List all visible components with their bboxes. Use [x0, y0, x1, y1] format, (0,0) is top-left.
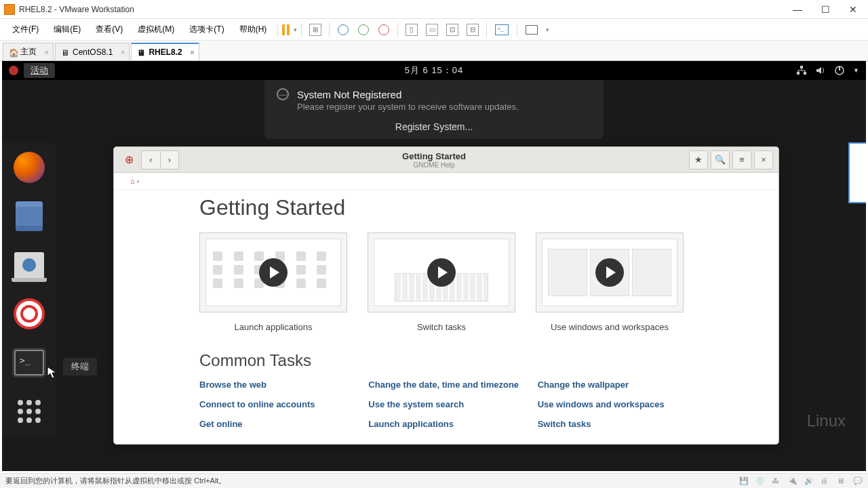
dock-software[interactable] — [12, 248, 46, 282]
home-icon: 🏠 — [9, 48, 17, 56]
dock-show-apps[interactable] — [12, 394, 46, 428]
dock-tooltip: 终端 — [63, 358, 97, 375]
link-switch-tasks[interactable]: Switch tasks — [538, 419, 693, 429]
link-browse-web[interactable]: Browse the web — [199, 380, 355, 390]
card-label: Launch applications — [199, 322, 347, 332]
section-heading: Common Tasks — [199, 351, 693, 370]
view-console-icon[interactable]: ▭ — [426, 24, 438, 36]
dock-firefox[interactable] — [12, 150, 46, 184]
network-icon[interactable] — [796, 65, 807, 76]
dock-terminal[interactable] — [12, 346, 46, 380]
svg-rect-0 — [800, 66, 803, 68]
network-adapter-icon[interactable]: 🖧 — [772, 476, 781, 486]
terminal-icon[interactable] — [495, 24, 509, 35]
firefox-icon — [14, 152, 45, 183]
watermark: Linux — [807, 411, 846, 430]
statusbar: 要返回到您的计算机，请将鼠标指针从虚拟机中移出或按 Ctrl+Alt。 💾 💿 … — [0, 473, 868, 488]
tab-centos-label: CentOS8.1 — [73, 47, 113, 57]
chevron-down-icon[interactable]: ▼ — [853, 67, 859, 74]
search-button[interactable]: 🔍 — [711, 150, 730, 169]
menu-help[interactable]: 帮助(H) — [233, 21, 274, 38]
svg-rect-2 — [804, 72, 806, 75]
minimize-button[interactable]: — — [793, 4, 802, 15]
breadcrumb[interactable]: ⌂› — [114, 173, 778, 190]
tab-home-label: 主页 — [20, 46, 37, 58]
link-wallpaper[interactable]: Change the wallpaper — [538, 380, 693, 390]
close-icon[interactable]: × — [45, 48, 49, 56]
close-window-button[interactable]: × — [754, 150, 773, 169]
system-tray[interactable]: ▼ — [796, 65, 859, 76]
workspace-preview[interactable] — [848, 142, 866, 203]
compass-icon[interactable]: ⊕ — [119, 150, 138, 169]
register-system-button[interactable]: Register System... — [277, 121, 591, 132]
menu-edit[interactable]: 编辑(E) — [47, 21, 87, 38]
back-button[interactable]: ‹ — [141, 150, 160, 169]
tab-rhel[interactable]: 🖥 RHEL8.2 × — [131, 43, 199, 60]
view-thumbnail-icon[interactable]: ⊡ — [446, 24, 458, 36]
view-single-icon[interactable]: ▯ — [406, 24, 418, 36]
svg-rect-1 — [797, 72, 800, 75]
tab-home[interactable]: 🏠 主页 × — [3, 43, 54, 60]
pause-button[interactable]: ▾ — [282, 24, 297, 35]
card-switch-tasks[interactable]: Switch tasks — [368, 232, 515, 332]
menu-vm[interactable]: 虚拟机(M) — [131, 21, 181, 38]
dock-help[interactable] — [12, 297, 46, 331]
play-icon — [259, 258, 288, 287]
home-icon: ⌂ — [130, 177, 135, 185]
menu-button[interactable]: ≡ — [732, 150, 751, 169]
link-windows-workspaces[interactable]: Use windows and workspaces — [538, 399, 693, 409]
menu-view[interactable]: 查看(V) — [89, 21, 130, 38]
send-ctrlaltdel-icon[interactable]: ⊞ — [309, 24, 321, 36]
message-icon[interactable]: 💬 — [853, 476, 863, 486]
vm-tab-strip: 🏠 主页 × 🖥 CentOS8.1 × 🖥 RHEL8.2 × — [0, 41, 868, 61]
link-online-accounts[interactable]: Connect to online accounts — [199, 399, 355, 409]
printer-icon[interactable]: 🖨 — [821, 476, 830, 486]
fullscreen-icon[interactable] — [526, 25, 538, 35]
page-heading: Getting Started — [199, 195, 693, 220]
menubar: 文件(F) 编辑(E) 查看(V) 虚拟机(M) 选项卡(T) 帮助(H) ▾ … — [0, 19, 868, 41]
bookmark-button[interactable]: ★ — [689, 150, 708, 169]
dock — [2, 142, 56, 436]
window-title: RHEL8.2 - VMware Workstation — [19, 5, 134, 14]
status-text: 要返回到您的计算机，请将鼠标指针从虚拟机中移出或按 Ctrl+Alt。 — [5, 476, 226, 486]
clock[interactable]: 5月 6 15：04 — [405, 64, 464, 77]
menu-tabs[interactable]: 选项卡(T) — [182, 21, 231, 38]
vmware-logo-icon — [4, 4, 15, 15]
link-date-time[interactable]: Change the date, time and timezone — [368, 380, 524, 390]
notification: — System Not Registered Please register … — [264, 80, 604, 139]
guest-desktop[interactable]: 活动 5月 6 15：04 ▼ — System Not Registered … — [2, 61, 866, 471]
close-icon[interactable]: × — [190, 48, 194, 56]
activities-button[interactable]: 活动 — [24, 63, 55, 78]
sound-icon[interactable]: 🔊 — [804, 476, 814, 486]
tab-centos[interactable]: 🖥 CentOS8.1 × — [55, 43, 130, 60]
hdd-icon[interactable]: 💾 — [739, 476, 749, 486]
snapshot-take-icon[interactable] — [338, 24, 349, 35]
cd-icon[interactable]: 💿 — [755, 476, 765, 486]
power-icon[interactable] — [834, 65, 845, 76]
display-icon[interactable]: 🖥 — [837, 476, 846, 486]
help-window-title: Getting Started — [179, 151, 689, 161]
tab-rhel-label: RHEL8.2 — [149, 47, 182, 57]
card-launch-apps[interactable]: Launch applications — [199, 232, 347, 332]
help-icon — [14, 298, 45, 329]
link-system-search[interactable]: Use the system search — [368, 399, 524, 409]
close-button[interactable]: ✕ — [849, 4, 857, 15]
close-icon[interactable]: × — [121, 48, 125, 56]
forward-button[interactable]: › — [160, 150, 179, 169]
link-launch-apps[interactable]: Launch applications — [368, 419, 524, 429]
volume-icon[interactable] — [815, 65, 826, 76]
maximize-button[interactable]: ☐ — [821, 4, 830, 15]
menu-file[interactable]: 文件(F) — [5, 21, 45, 38]
view-unity-icon[interactable]: ⊟ — [467, 24, 479, 36]
usb-icon[interactable]: 🔌 — [788, 476, 797, 486]
dock-files[interactable] — [12, 199, 46, 233]
snapshot-manage-icon[interactable] — [378, 24, 389, 35]
card-windows-workspaces[interactable]: Use windows and workspaces — [536, 232, 684, 332]
help-header: ⊕ ‹ › Getting Started GNOME Help ★ 🔍 ≡ × — [114, 147, 778, 173]
notification-subtitle: Please register your system to receive s… — [297, 102, 591, 112]
link-get-online[interactable]: Get online — [199, 419, 355, 429]
card-label: Switch tasks — [368, 322, 515, 332]
warning-icon: — — [277, 88, 289, 100]
help-window-subtitle: GNOME Help — [179, 161, 689, 169]
snapshot-revert-icon[interactable] — [358, 24, 369, 35]
